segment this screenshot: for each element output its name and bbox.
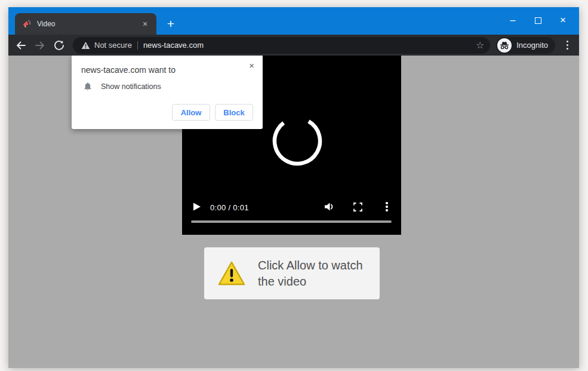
video-time: 0:00 / 0:01 [210, 203, 249, 212]
reload-button[interactable] [51, 38, 67, 53]
notice-line2: the video [258, 274, 363, 290]
video-progress-bar[interactable] [191, 220, 392, 223]
fullscreen-icon[interactable] [353, 203, 362, 211]
menu-dot [386, 209, 388, 211]
click-allow-notice: Click Allow to watch the video [204, 247, 380, 299]
back-button[interactable] [13, 38, 29, 53]
menu-dot [567, 48, 568, 50]
menu-dot [567, 44, 568, 46]
address-bar[interactable]: Not secure news-tacave.com ☆ [73, 37, 490, 54]
menu-dot [386, 202, 388, 204]
page-content: 0:00 / 0:01 × news-tacave.com want to [8, 56, 579, 368]
menu-dot [567, 41, 568, 42]
maximize-icon [535, 17, 541, 24]
incognito-avatar [497, 38, 512, 53]
tab-video[interactable]: Video × [15, 13, 156, 35]
tab-close-icon[interactable]: × [140, 19, 150, 29]
tab-title: Video [37, 20, 140, 28]
titlebar[interactable]: Video × + – × [8, 7, 579, 35]
not-secure-warning-icon [81, 41, 90, 50]
browser-menu-button[interactable] [560, 38, 574, 53]
security-label: Not secure [94, 41, 132, 50]
notice-line1: Click Allow to watch [258, 257, 363, 274]
megaphone-favicon-icon [22, 19, 32, 29]
incognito-badge: Incognito [496, 37, 555, 54]
reload-icon [54, 40, 64, 51]
maximize-button[interactable] [525, 12, 550, 29]
incognito-label: Incognito [516, 41, 548, 50]
back-arrow-icon [16, 40, 26, 51]
allow-button[interactable]: Allow [172, 104, 210, 121]
close-button[interactable]: × [550, 12, 575, 29]
dialog-buttons: Allow Block [172, 104, 253, 121]
url-text: news-tacave.com [143, 41, 476, 50]
bookmark-star-icon[interactable]: ☆ [476, 41, 484, 50]
video-menu-button[interactable] [383, 201, 390, 212]
loading-spinner-icon [270, 114, 325, 168]
new-tab-button[interactable]: + [163, 17, 178, 32]
minimize-icon: – [510, 17, 516, 23]
close-icon: × [560, 14, 566, 26]
forward-arrow-icon [35, 40, 45, 51]
volume-icon[interactable] [324, 202, 334, 211]
block-button[interactable]: Block [215, 104, 253, 121]
dialog-close-icon[interactable]: × [247, 58, 257, 73]
incognito-icon [500, 41, 509, 50]
menu-dot [386, 206, 388, 208]
permission-text: Show notifications [101, 82, 161, 91]
forward-button[interactable] [32, 38, 48, 53]
toolbar: Not secure news-tacave.com ☆ Incognito [8, 35, 579, 56]
browser-window: Video × + – × [8, 7, 579, 368]
play-button-icon[interactable] [192, 202, 202, 211]
minimize-button[interactable]: – [500, 12, 525, 29]
bell-icon [84, 82, 92, 91]
permission-row: Show notifications [84, 82, 161, 91]
notice-text: Click Allow to watch the video [258, 257, 363, 290]
window-controls: – × [500, 12, 575, 29]
notification-permission-dialog: × news-tacave.com want to Show notificat… [72, 56, 263, 129]
warning-triangle-icon [217, 260, 246, 287]
dialog-title: news-tacave.com want to [81, 65, 176, 75]
omnibox-separator [137, 41, 138, 50]
